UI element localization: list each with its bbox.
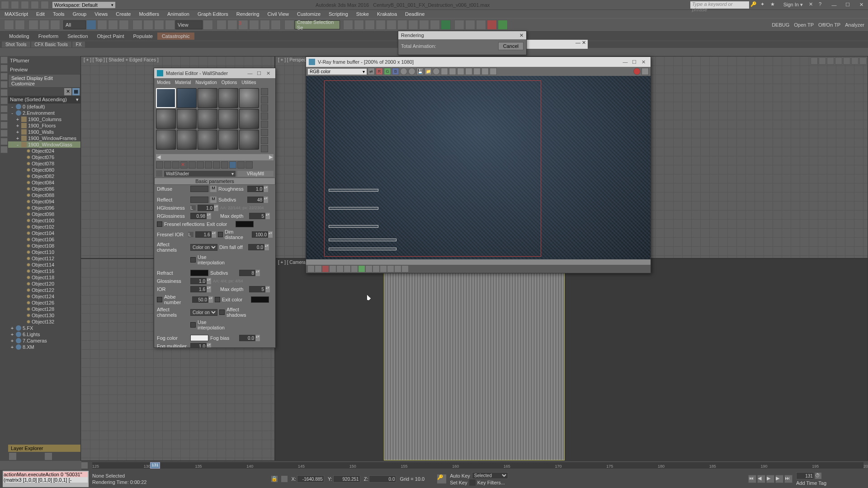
material-scroll[interactable]: ◀▶ — [156, 154, 274, 160]
current-frame-indicator[interactable]: 131 — [150, 462, 160, 469]
undo-icon[interactable] — [31, 1, 39, 9]
link-button[interactable] — [28, 20, 38, 30]
rail-btn-12[interactable] — [0, 146, 8, 153]
named-selection-dropdown[interactable]: Create Selection Se — [295, 20, 340, 29]
selection-filter[interactable]: All — [63, 20, 86, 29]
tree-item[interactable]: -2.Environment — [8, 110, 80, 116]
menu-create[interactable]: Create — [116, 11, 131, 17]
align-button[interactable] — [354, 20, 364, 30]
mat-tool-3[interactable] — [172, 161, 179, 169]
material-slot-10[interactable] — [239, 109, 259, 129]
menu-animation[interactable]: Animation — [167, 11, 189, 17]
key-filter-select[interactable]: Selected — [472, 472, 508, 479]
material-slot-1[interactable] — [156, 88, 176, 108]
tree-item[interactable]: Object116 — [8, 268, 80, 274]
tree-item[interactable]: Object110 — [8, 249, 80, 255]
mat-side-3[interactable] — [261, 104, 268, 112]
abbe-checkbox[interactable] — [157, 297, 162, 302]
vray-bt-9[interactable] — [366, 266, 372, 272]
minimize-button[interactable]: — — [827, 2, 841, 8]
tp-red-icon[interactable] — [487, 20, 497, 30]
tree-item[interactable]: Object078 — [8, 160, 80, 167]
menu-modifiers[interactable]: Modifiers — [139, 11, 159, 17]
tab-modeling[interactable]: Modeling — [5, 33, 34, 40]
key-filters-button[interactable]: Key Filters... — [477, 480, 505, 485]
tab-freeform[interactable]: Freeform — [34, 33, 63, 40]
vray-minimize[interactable]: — — [621, 59, 630, 65]
timeline[interactable]: 131 125130135140145150155160165170175180… — [81, 461, 868, 470]
vp-shade6-icon[interactable] — [859, 57, 867, 65]
exitcolor-swatch[interactable] — [236, 221, 254, 227]
matmenu-navigation[interactable]: Navigation — [196, 80, 217, 85]
tree-item[interactable]: Object124 — [8, 293, 80, 300]
matmenu-utilities[interactable]: Utilities — [241, 80, 256, 85]
viewport-camera[interactable]: [ + ] [ Camera_C — [275, 258, 868, 461]
vray-open-icon[interactable]: 📁 — [425, 68, 432, 75]
eyedropper-icon[interactable] — [156, 170, 162, 177]
tree-item[interactable]: Object108 — [8, 243, 80, 249]
menu-tools[interactable]: Tools — [53, 11, 65, 17]
vp-shade2-icon[interactable] — [827, 57, 834, 65]
vray-b-button[interactable]: B — [392, 68, 399, 75]
matmenu-material[interactable]: Material — [175, 80, 191, 85]
vray-region-icon[interactable] — [449, 68, 456, 75]
material-slot-6[interactable] — [156, 109, 176, 129]
vray-link-icon[interactable] — [465, 68, 472, 75]
maxscript-listener[interactable]: actionMan.executeAction 0 "50031" (matri… — [3, 471, 89, 487]
mirror-button[interactable] — [343, 20, 353, 30]
affectch2-select[interactable]: Color only — [190, 309, 217, 316]
affectch-select[interactable]: Color only — [190, 244, 217, 251]
mat-tool-12[interactable] — [245, 161, 253, 169]
material-name-dropdown[interactable]: WallShader — [164, 171, 236, 177]
curve-editor-button[interactable] — [387, 20, 396, 30]
diffuse-swatch[interactable] — [190, 186, 208, 192]
edit-named-sel-button[interactable] — [284, 20, 294, 30]
menu-krakatoa[interactable]: Krakatoa — [377, 11, 397, 17]
vray-track-icon[interactable] — [457, 68, 464, 75]
tree-item[interactable]: Object102 — [8, 224, 80, 230]
rail-btn-2[interactable] — [0, 65, 8, 72]
rf-maxdepth-input[interactable] — [249, 286, 265, 292]
reflect-subdivs-input[interactable] — [247, 197, 264, 203]
material-slot-13[interactable] — [198, 130, 217, 150]
coord-y-input[interactable] — [333, 475, 360, 483]
menu-rendering[interactable]: Rendering — [236, 11, 259, 17]
mat-side-8[interactable] — [261, 145, 268, 152]
tree-item[interactable]: -1900_WindowGlass — [8, 141, 80, 148]
explorer-config-icon[interactable] — [9, 453, 16, 460]
rail-btn-5[interactable] — [0, 89, 8, 96]
tree-item[interactable]: +5.FX — [8, 325, 80, 331]
rail-btn-8[interactable] — [0, 113, 8, 121]
glossiness-input[interactable] — [190, 278, 207, 284]
manipulate-button[interactable] — [217, 20, 226, 30]
mat-side-4[interactable] — [261, 113, 268, 120]
material-slot-12[interactable] — [177, 130, 197, 150]
explorer-filter-icon[interactable] — [45, 453, 52, 460]
rail-btn-3[interactable] — [0, 73, 8, 80]
mat-tool-8[interactable] — [213, 161, 220, 169]
useinterp2-checkbox[interactable] — [190, 322, 196, 328]
rf-exit-swatch[interactable] — [251, 296, 269, 303]
ior-input[interactable] — [190, 286, 207, 292]
dimdist-checkbox[interactable] — [218, 232, 223, 237]
vray-bt-14[interactable] — [402, 266, 408, 272]
reflect-map-button[interactable]: M — [210, 197, 217, 203]
angle-snap-button[interactable] — [249, 20, 259, 30]
tree-item[interactable]: Object128 — [8, 306, 80, 312]
rendering-close-icon[interactable]: ✕ — [519, 33, 524, 38]
key-icon[interactable] — [469, 479, 476, 486]
tree-item[interactable]: Object112 — [8, 255, 80, 262]
vray-clear-button[interactable] — [433, 68, 440, 75]
tree-item[interactable]: Object114 — [8, 262, 80, 268]
teapot3-icon[interactable] — [476, 20, 486, 30]
mat-tool-10[interactable] — [229, 161, 236, 169]
save-icon[interactable] — [21, 1, 29, 9]
vray-alpha-button[interactable] — [408, 68, 415, 75]
tab-populate[interactable]: Populate — [128, 33, 157, 40]
vp-shade5-icon[interactable] — [851, 57, 859, 65]
subtab-cfxbasictools[interactable]: CFX Basic Tools — [31, 42, 71, 47]
mat-side-7[interactable] — [261, 137, 268, 144]
maxdepth-input[interactable] — [249, 213, 265, 219]
material-editor-close[interactable]: ✕ — [264, 70, 273, 76]
vray-bt-4[interactable] — [330, 266, 336, 272]
